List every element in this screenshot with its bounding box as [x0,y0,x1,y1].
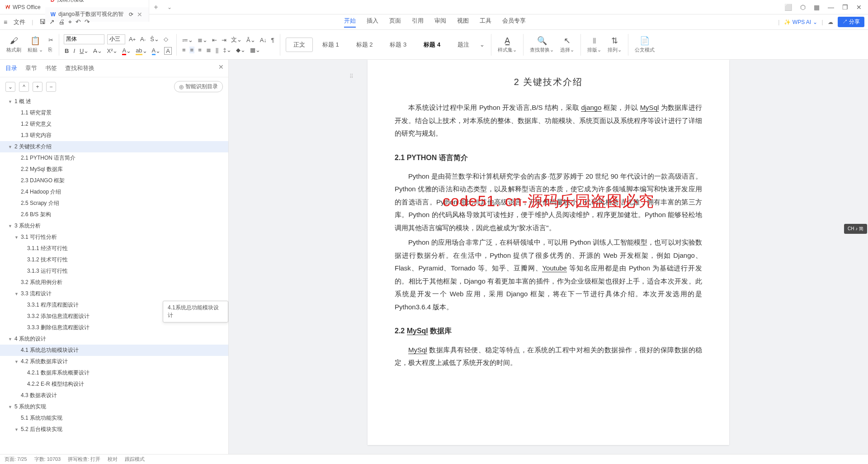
menu-right: | ✨ WPS AI ⌄ | ☁ ↗ 分享 [778,17,864,27]
shrink-font-icon[interactable]: A- [139,36,146,43]
tab-menu-button[interactable]: ⌄ [163,4,176,10]
quick-access-icon[interactable]: 🖨 [58,18,65,25]
change-case-icon[interactable]: Ŝ⌄ [149,36,160,43]
document-tab[interactable]: D找稿壳模板 [45,0,149,7]
ribbon: 🖌格式刷 📋粘贴 ⌄ ✂ ⎘ A+ A- Ŝ⌄ ◇ B I U⌄ A̶⌄ X²⌄… [0,30,868,60]
distribute-icon[interactable]: || [215,47,220,53]
style-h1[interactable]: 标题 1 [315,38,347,52]
justify-icon[interactable]: ≣ [205,47,212,53]
wps-ai-button[interactable]: ✨ WPS AI ⌄ [784,19,817,25]
titlebar: WPS Office D找稿壳模板Wdjango基于数据可视化的智⟳✕ + ⌄ … [0,0,868,14]
window-control-icon[interactable]: ✕ [856,4,862,11]
font-size-select[interactable] [107,34,125,44]
bold-icon[interactable]: B [64,47,70,54]
show-marks-icon[interactable]: ¶ [270,37,275,43]
window-control-icon[interactable]: — [828,4,834,11]
menu-item[interactable]: 插入 [367,17,378,28]
add-tab-button[interactable]: + [149,3,162,11]
style-body[interactable]: 正文 [286,38,313,52]
outdent-icon[interactable]: ⇤ [211,37,218,43]
styles-more-icon[interactable]: ⌄ [479,41,486,48]
clear-format-icon[interactable]: ◇ [163,36,169,43]
window-controls: ⬜⬡▦—❐✕ [784,4,868,11]
line-space-icon[interactable]: ‡⌄ [222,47,232,53]
quick-access-icon[interactable]: 🖫 [39,18,46,25]
file-menu[interactable]: 文件 [12,17,27,27]
numbering-icon[interactable]: ≣⌄ [197,37,208,43]
text-dir-icon[interactable]: 文⌄ [230,36,243,44]
menu-item[interactable]: 工具 [480,17,491,28]
menu-item[interactable]: 开始 [344,17,356,28]
asian-layout-icon[interactable]: Ā⌄ [245,37,256,43]
menu-item[interactable]: 审阅 [434,17,446,28]
superscript-icon[interactable]: X²⌄ [106,47,118,54]
select-button[interactable]: ↖选择⌄ [558,36,576,53]
quick-access-icon[interactable]: ↶ [75,18,81,25]
quick-access-icon[interactable]: ↷ [85,18,90,25]
arrange-button[interactable]: ⇅排列⌄ [606,36,623,53]
menu-left: ≡ 文件 | 🖫↗🖨⌖↶↷ [4,17,92,27]
strike-icon[interactable]: A̶⌄ [92,47,103,54]
official-doc[interactable]: 📄公文模式 [633,36,656,53]
share-button[interactable]: ↗ 分享 [838,17,864,27]
find-replace[interactable]: 🔍查找替换⌄ [528,36,556,53]
grow-font-icon[interactable]: A+ [128,36,137,43]
font-color-icon[interactable]: A⌄ [121,47,132,55]
quick-access-icon[interactable]: ⌖ [68,18,72,25]
format-painter[interactable]: 🖌格式刷 [5,36,23,53]
menu-item[interactable]: 页面 [389,17,401,28]
paste-button[interactable]: 📋粘贴 ⌄ [26,36,45,53]
sort-icon[interactable]: A↓ [259,37,268,43]
wps-icon [5,4,11,10]
bullets-icon[interactable]: ≔⌄ [181,37,194,43]
copy-icon[interactable]: ⎘ [47,46,54,53]
underline-icon[interactable]: U⌄ [79,47,90,54]
menu-item[interactable]: 会员专享 [502,17,526,28]
menu-item[interactable]: 引用 [412,17,424,28]
style-set[interactable]: A̲样式集⌄ [496,36,519,53]
window-control-icon[interactable]: ❐ [842,4,848,11]
font-select[interactable] [64,34,104,44]
italic-icon[interactable]: I [72,47,76,54]
app-name: WPS Office [13,4,41,10]
text-effect-icon[interactable]: A⌄ [151,47,162,55]
align-center-icon[interactable]: ≡ [189,47,195,53]
cloud-icon[interactable]: ☁ [828,19,833,25]
style-memo[interactable]: 题注 [450,38,477,52]
app-brand: WPS Office [0,4,45,10]
indent-icon[interactable]: ⇥ [221,37,227,43]
shading-icon[interactable]: ◆⌄ [235,47,246,53]
align-right-icon[interactable]: ≡ [197,47,203,53]
window-control-icon[interactable]: ⬜ [784,4,792,11]
menu-item[interactable]: 视图 [457,17,469,28]
close-icon[interactable]: ✕ [136,11,143,18]
hamburger-icon[interactable]: ≡ [4,19,7,26]
style-h2[interactable]: 标题 2 [349,38,381,52]
style-h4[interactable]: 标题 4 [416,38,448,52]
align-left-icon[interactable]: ≡ [181,47,187,53]
menu-tabs: 开始插入页面引用审阅视图工具会员专享 [344,17,526,28]
cut-icon[interactable]: ✂ [47,37,54,43]
style-h3[interactable]: 标题 3 [382,38,414,52]
styles-gallery[interactable]: 正文 标题 1 标题 2 标题 3 标题 4 题注 ⌄ [285,37,486,53]
border-icon[interactable]: ▦⌄ [249,47,261,53]
window-control-icon[interactable]: ⬡ [800,4,806,11]
layout-button[interactable]: ⫴排版⌄ [585,36,603,53]
quick-access-icon[interactable]: ↗ [49,18,55,25]
highlight-icon[interactable]: ab⌄ [135,47,148,55]
window-control-icon[interactable]: ▦ [814,4,820,11]
font-box-icon[interactable]: A [164,47,172,55]
